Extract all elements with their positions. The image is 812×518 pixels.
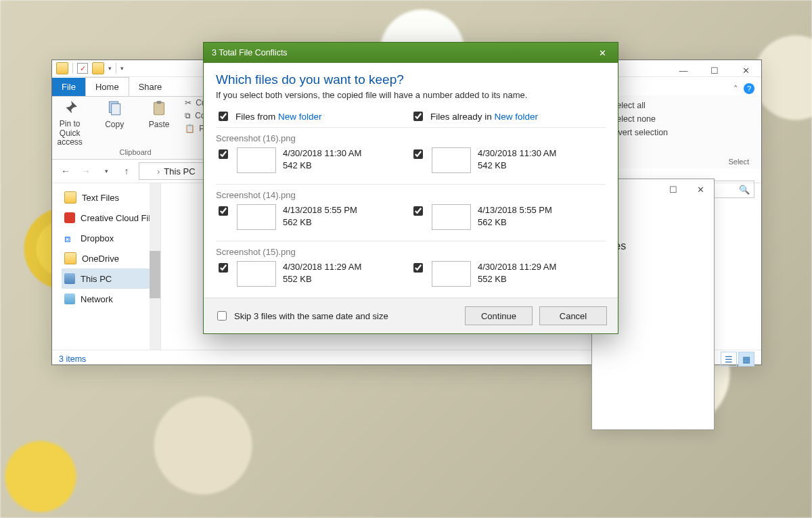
- maximize-button[interactable]: ☐: [660, 179, 687, 199]
- recent-locations-button[interactable]: ▾: [98, 163, 114, 179]
- file-meta: 4/30/2018 11:29 AM 552 KB: [283, 261, 361, 285]
- svg-rect-3: [157, 101, 162, 104]
- tab-file[interactable]: File: [52, 78, 85, 96]
- checkbox[interactable]: [219, 112, 228, 121]
- files-from-checkbox[interactable]: Files from New folder: [216, 110, 411, 123]
- dialog-subtext: If you select both versions, the copied …: [216, 90, 606, 100]
- copy-label: Copy: [105, 120, 124, 129]
- tree-item[interactable]: ⧈Dropbox: [62, 228, 160, 248]
- folder-icon: [56, 62, 68, 74]
- select-none-button[interactable]: Select none: [611, 114, 753, 124]
- breadcrumb[interactable]: This PC: [164, 166, 195, 176]
- file-size: 552 KB: [478, 273, 556, 285]
- tree-item-this-pc[interactable]: This PC: [62, 268, 160, 289]
- close-button[interactable]: ✕: [687, 179, 714, 199]
- large-icons-view-button[interactable]: ▦: [738, 352, 754, 367]
- back-button[interactable]: ←: [58, 163, 74, 179]
- dialog-title: 3 Total File Conflicts: [212, 48, 288, 57]
- close-button[interactable]: ✕: [730, 60, 761, 80]
- conflict-group: Screenshot (14).png 4/13/2018 5:55 PM 56…: [216, 184, 606, 241]
- copy-button[interactable]: Copy: [95, 98, 133, 129]
- details-view-button[interactable]: ☰: [721, 352, 737, 367]
- conflict-right: 4/30/2018 11:30 AM 542 KB: [411, 147, 606, 173]
- invert-selection-button[interactable]: Invert selection: [611, 128, 753, 137]
- folder-icon[interactable]: [92, 62, 104, 74]
- file-meta: 4/13/2018 5:55 PM 562 KB: [283, 204, 357, 228]
- pin-to-quick-access-button[interactable]: Pin to Quick access: [51, 98, 89, 147]
- this-pc-icon: [64, 273, 75, 284]
- conflict-right: 4/13/2018 5:55 PM 562 KB: [411, 204, 606, 230]
- file-checkbox[interactable]: [413, 149, 423, 159]
- file-size: 562 KB: [478, 216, 552, 229]
- file-checkbox[interactable]: [413, 263, 423, 273]
- file-thumbnail[interactable]: [237, 261, 276, 287]
- folder-icon: [64, 191, 76, 204]
- cancel-button[interactable]: Cancel: [539, 306, 607, 325]
- dropbox-icon: ⧈: [64, 233, 75, 243]
- copy-icon: [104, 98, 125, 118]
- conflict-left: 4/30/2018 11:30 AM 542 KB: [216, 147, 411, 173]
- file-thumbnail[interactable]: [432, 147, 471, 173]
- file-thumbnail[interactable]: [237, 204, 276, 230]
- file-meta: 4/30/2018 11:30 AM 542 KB: [283, 147, 361, 171]
- ribbon-group-label: Select: [728, 158, 749, 166]
- search-icon: 🔍: [739, 185, 750, 195]
- nav-tree[interactable]: Text Files Creative Cloud Files ⧈Dropbox…: [52, 183, 161, 350]
- checkbox[interactable]: [413, 112, 423, 121]
- divider: [72, 63, 73, 74]
- file-size: 552 KB: [283, 273, 361, 285]
- svg-rect-2: [154, 103, 164, 115]
- paste-button[interactable]: Paste: [140, 98, 178, 129]
- chevron-up-icon[interactable]: ˄: [734, 84, 738, 94]
- chevron-down-icon[interactable]: ▾: [108, 65, 112, 72]
- file-checkbox[interactable]: [413, 206, 423, 216]
- file-size: 542 KB: [478, 160, 556, 172]
- minimize-button[interactable]: —: [668, 60, 699, 80]
- maximize-button[interactable]: ☐: [699, 60, 730, 80]
- folder-link[interactable]: New folder: [495, 112, 539, 122]
- file-meta: 4/30/2018 11:30 AM 542 KB: [478, 147, 556, 171]
- divider: [116, 63, 116, 74]
- folder-link[interactable]: New folder: [278, 112, 322, 122]
- tree-item[interactable]: OneDrive: [62, 248, 160, 268]
- network-icon: [64, 293, 75, 304]
- file-date: 4/30/2018 11:30 AM: [283, 147, 361, 160]
- file-checkbox[interactable]: [219, 263, 228, 273]
- checkbox[interactable]: [217, 311, 227, 321]
- continue-button[interactable]: Continue: [465, 306, 533, 325]
- dialog-titlebar[interactable]: 3 Total File Conflicts ✕: [204, 43, 618, 63]
- tree-item[interactable]: Text Files: [62, 187, 160, 208]
- file-size: 562 KB: [283, 216, 357, 229]
- ribbon-group-label: Clipboard: [119, 148, 151, 156]
- chevron-down-icon[interactable]: ▾: [120, 65, 124, 72]
- forward-button[interactable]: →: [78, 163, 94, 179]
- ribbon-select-group: Select all Select none Invert selection …: [602, 95, 761, 168]
- close-icon[interactable]: ✕: [592, 45, 612, 60]
- qat-checkbox-icon[interactable]: ✓: [77, 63, 88, 74]
- ribbon-collapse: ˄ ?: [734, 83, 754, 94]
- file-date: 4/13/2018 5:55 PM: [283, 204, 357, 216]
- file-date: 4/30/2018 11:30 AM: [478, 147, 556, 160]
- file-thumbnail[interactable]: [432, 261, 471, 287]
- tab-home[interactable]: Home: [85, 77, 129, 96]
- conflict-group: Screenshot (15).png 4/30/2018 11:29 AM 5…: [216, 241, 606, 298]
- help-icon[interactable]: ?: [744, 83, 754, 94]
- paste-icon: [149, 98, 169, 118]
- skip-checkbox[interactable]: Skip 3 files with the same date and size: [215, 309, 388, 323]
- file-thumbnail[interactable]: [432, 204, 471, 230]
- select-all-button[interactable]: Select all: [611, 101, 753, 110]
- svg-rect-1: [112, 104, 120, 115]
- conflict-left: 4/30/2018 11:29 AM 552 KB: [216, 261, 411, 287]
- file-checkbox[interactable]: [219, 206, 228, 216]
- files-in-checkbox[interactable]: Files already in New folder: [411, 110, 606, 123]
- tree-item[interactable]: Creative Cloud Files: [62, 208, 160, 228]
- onedrive-icon: [64, 252, 76, 264]
- scrollbar-thumb[interactable]: [150, 251, 160, 298]
- file-checkbox[interactable]: [219, 149, 228, 159]
- tab-share[interactable]: Share: [129, 78, 172, 96]
- file-meta: 4/13/2018 5:55 PM 562 KB: [478, 204, 552, 228]
- file-thumbnail[interactable]: [237, 147, 276, 173]
- up-button[interactable]: ↑: [118, 163, 135, 179]
- tree-item[interactable]: Network: [62, 289, 160, 309]
- pin-label: Pin to Quick access: [51, 120, 89, 147]
